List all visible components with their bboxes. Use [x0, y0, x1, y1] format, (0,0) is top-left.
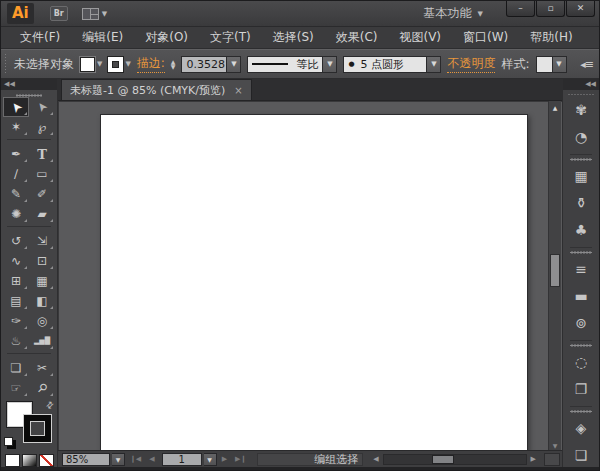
lasso-tool[interactable]: ℘: [29, 117, 55, 137]
scroll-right-icon[interactable]: ▶: [527, 455, 540, 463]
control-panel-menu-icon[interactable]: ◂≡: [580, 58, 593, 71]
gradient-mode-button[interactable]: [22, 454, 37, 467]
menu-item-5[interactable]: 效果(C): [325, 27, 389, 48]
free-transform-tool[interactable]: ⊡: [29, 251, 55, 271]
type-tool[interactable]: T: [29, 144, 55, 164]
canvas[interactable]: ▲ ▼: [58, 101, 562, 450]
eraser-tool[interactable]: ▰: [29, 204, 55, 224]
none-mode-button[interactable]: [39, 454, 54, 467]
dock-group-grip-icon[interactable]: [570, 406, 592, 413]
arrange-documents-button[interactable]: ▼: [82, 8, 107, 20]
artboard-number-input[interactable]: 1: [162, 453, 202, 466]
magic-wand-tool[interactable]: ✶: [3, 117, 29, 137]
rotate-tool[interactable]: ↺: [3, 231, 29, 251]
menu-item-6[interactable]: 视图(V): [388, 27, 452, 48]
pencil-tool[interactable]: ✐: [29, 184, 55, 204]
transparency-panel-button[interactable]: ⊚: [568, 311, 594, 335]
artboard[interactable]: [100, 114, 528, 450]
brush-definition-select[interactable]: ●5 点圆形: [343, 56, 427, 73]
dock-group-grip-icon[interactable]: [570, 340, 592, 347]
menu-item-3[interactable]: 文字(T): [199, 27, 262, 48]
style-swatch[interactable]: [536, 56, 553, 73]
eyedropper-tool[interactable]: ✑: [3, 311, 29, 331]
panel-dock-header[interactable]: ◀◀: [563, 79, 599, 90]
symbol-sprayer-tool[interactable]: ♨: [3, 331, 29, 351]
slice-tool[interactable]: ✂: [29, 358, 55, 378]
appearance-panel-button[interactable]: ◌: [568, 350, 594, 374]
width-profile-dropdown[interactable]: ▼: [323, 56, 337, 73]
brush-definition-dropdown[interactable]: ▼: [427, 56, 441, 73]
swap-fill-stroke-icon[interactable]: ⇄: [44, 399, 56, 411]
mesh-tool[interactable]: ▤: [3, 291, 29, 311]
minimize-button[interactable]: –: [506, 1, 535, 17]
chevron-down-icon[interactable]: ▼: [125, 60, 130, 68]
horizontal-scroll-track[interactable]: [383, 454, 527, 465]
style-dropdown[interactable]: ▼: [553, 56, 567, 73]
menu-item-4[interactable]: 选择(S): [262, 27, 325, 48]
bridge-button[interactable]: Br: [50, 6, 68, 21]
artboard-tool[interactable]: ❏: [3, 358, 29, 378]
brushes-panel-button[interactable]: ⚱: [568, 191, 594, 215]
tab-close-icon[interactable]: ×: [234, 85, 242, 96]
zoom-tool[interactable]: ⚲: [29, 378, 55, 398]
stroke-weight-input[interactable]: 0.3528: [181, 56, 227, 73]
scroll-down-icon[interactable]: ▼: [549, 442, 561, 449]
menu-item-7[interactable]: 窗口(W): [452, 27, 519, 48]
artboard-number-dropdown[interactable]: ▼: [204, 453, 217, 466]
perspective-grid-tool[interactable]: ▦: [29, 271, 55, 291]
opacity-panel-link[interactable]: 不透明度: [447, 55, 495, 73]
blend-tool[interactable]: ◎: [29, 311, 55, 331]
swatches-panel-button[interactable]: ▦: [568, 164, 594, 188]
shape-builder-tool[interactable]: ⊞: [3, 271, 29, 291]
panel-grip-icon[interactable]: [3, 54, 8, 74]
fill-swatch[interactable]: [80, 57, 95, 72]
width-tool[interactable]: ∿: [3, 251, 29, 271]
dock-group-grip-icon[interactable]: [570, 154, 592, 161]
default-fill-stroke-icon[interactable]: [4, 437, 13, 446]
maximize-button[interactable]: ▫: [536, 1, 565, 17]
scroll-left-icon[interactable]: ◀: [369, 455, 382, 463]
menu-item-1[interactable]: 编辑(E): [71, 27, 134, 48]
tools-panel-header[interactable]: ◀◀: [1, 79, 57, 90]
selection-tool[interactable]: ➤: [3, 97, 29, 117]
symbols-panel-button[interactable]: ♣: [568, 218, 594, 242]
first-artboard-button[interactable]: ❙◀: [127, 455, 144, 463]
last-artboard-button[interactable]: ▶❙: [232, 455, 249, 463]
stroke-weight-stepper[interactable]: ▲ ▼: [171, 59, 176, 69]
expand-dock-icon[interactable]: ◀◀: [585, 80, 596, 88]
blob-brush-tool[interactable]: ✺: [3, 204, 29, 224]
rectangle-tool[interactable]: ▭: [29, 164, 55, 184]
stroke-color-proxy[interactable]: [24, 415, 51, 442]
zoom-dropdown[interactable]: ▼: [112, 453, 125, 466]
hand-tool[interactable]: ☞: [3, 378, 29, 398]
vertical-scrollbar[interactable]: ▲ ▼: [548, 101, 561, 450]
chevron-down-icon[interactable]: ▼: [97, 60, 102, 68]
stroke-weight-dropdown[interactable]: ▼: [227, 56, 241, 73]
stroke-swatch[interactable]: [108, 57, 123, 72]
artboards-panel-button[interactable]: ❏: [568, 443, 594, 467]
stroke-panel-link[interactable]: 描边:: [137, 55, 165, 73]
previous-artboard-button[interactable]: ◀: [146, 455, 157, 463]
column-graph-tool[interactable]: ▂▅█: [29, 331, 55, 351]
document-tab[interactable]: 未标题-1 @ 85% (CMYK/预览) ×: [61, 79, 252, 100]
stepper-down-icon[interactable]: ▼: [171, 64, 176, 69]
zoom-level-input[interactable]: 85%: [62, 453, 110, 466]
gradient-guide-panel-button[interactable]: ◔: [568, 125, 594, 149]
collapse-panel-icon[interactable]: ◀◀: [4, 80, 15, 88]
graphic-styles-panel-button[interactable]: ❐: [568, 377, 594, 401]
vertical-scroll-thumb[interactable]: [550, 254, 560, 287]
menu-item-2[interactable]: 对象(O): [134, 27, 199, 48]
pen-tool[interactable]: ✒: [3, 144, 29, 164]
layers-panel-button[interactable]: ◈: [568, 416, 594, 440]
scroll-up-icon[interactable]: ▲: [549, 101, 561, 114]
dock-group-grip-icon[interactable]: [570, 247, 592, 254]
close-button[interactable]: ✕: [566, 1, 595, 17]
paintbrush-tool[interactable]: ✎: [3, 184, 29, 204]
color-panel-button[interactable]: ✾: [568, 98, 594, 122]
workspace-switcher[interactable]: 基本功能 ▼: [424, 5, 483, 22]
horizontal-scrollbar[interactable]: ◀ ▶: [369, 453, 540, 466]
gradient-tool[interactable]: ◧: [29, 291, 55, 311]
next-artboard-button[interactable]: ▶: [219, 455, 230, 463]
width-profile-select[interactable]: 等比: [247, 56, 323, 73]
menu-item-8[interactable]: 帮助(H): [519, 27, 583, 48]
